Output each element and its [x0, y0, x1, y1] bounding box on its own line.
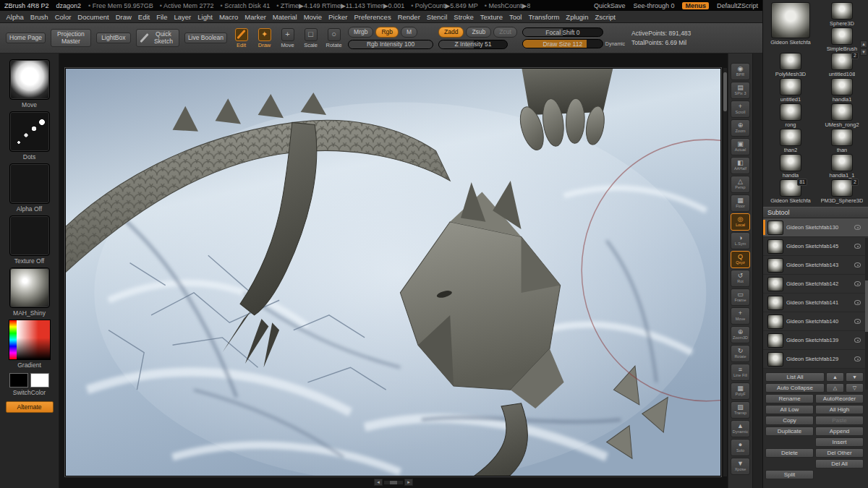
tool-slot[interactable]: Gideon Sketchfa	[765, 2, 816, 52]
subtool-action-button[interactable]: AutoReorder	[815, 394, 864, 403]
menu-item[interactable]: Light	[195, 13, 216, 21]
subtool-section-header[interactable]: Subtool	[763, 207, 868, 218]
subtool-row[interactable]: Gideon Sketchfab142	[763, 275, 868, 294]
menu-item[interactable]: Edit	[135, 13, 153, 21]
menus-toggle[interactable]: Menus	[682, 2, 709, 9]
subtool-action-button[interactable]: ▲	[826, 372, 844, 382]
visibility-eye-icon[interactable]	[854, 319, 861, 324]
tool-thumbnail[interactable]	[831, 78, 853, 95]
right-shelf-button[interactable]: Q Qxyz	[731, 251, 750, 268]
tool-thumbnail[interactable]	[831, 27, 853, 45]
tool-thumbnail[interactable]	[780, 129, 801, 146]
subtool-action-button[interactable]: Delete	[765, 448, 814, 458]
projection-master-button[interactable]: Projection Master	[51, 29, 91, 48]
scrollbar-thumb[interactable]	[390, 481, 397, 484]
stroke-selector-thumbnail[interactable]	[9, 111, 50, 152]
brush-selector-thumbnail[interactable]	[9, 59, 50, 100]
subtool-action-button[interactable]: Duplicate	[765, 427, 814, 436]
right-shelf-button[interactable]: ▼ Xpose	[731, 458, 750, 475]
right-shelf-button[interactable]: ● Solo	[731, 439, 750, 456]
zcut-button[interactable]: Zcut	[493, 27, 517, 37]
color-picker[interactable]	[9, 320, 51, 360]
tool-thumbnail[interactable]	[780, 78, 801, 95]
rotate-mode-button[interactable]: ○ Rotate	[325, 28, 343, 48]
dynamic-toggle[interactable]: Dynamic	[605, 41, 625, 46]
subtool-thumbnail[interactable]	[767, 221, 783, 235]
subtool-action-button[interactable]: Del Other	[815, 448, 864, 458]
subtool-thumbnail[interactable]	[767, 239, 783, 254]
right-shelf-button[interactable]: + Move	[731, 307, 750, 325]
right-shelf-button[interactable]: ↻ Rotate	[731, 345, 750, 362]
switch-color-button[interactable]: SwitchColor	[13, 389, 46, 396]
tray-scroll-up-icon[interactable]: ▲	[860, 40, 867, 48]
menu-item[interactable]: Document	[75, 13, 112, 21]
canvas-vertical-scrollbar[interactable]	[723, 68, 727, 476]
visibility-eye-icon[interactable]	[854, 244, 861, 249]
right-shelf-button[interactable]: ▨ Transp	[731, 401, 750, 419]
quick-sketch-button[interactable]: Quick Sketch	[136, 29, 179, 48]
subtool-action-button[interactable]: All High	[815, 405, 864, 414]
subtool-action-button[interactable]: Auto Collapse	[765, 383, 825, 393]
tool-slot[interactable]: rong	[765, 103, 816, 128]
quicksave-button[interactable]: QuickSave	[594, 2, 626, 9]
subtool-row[interactable]: Gideon Sketchfab139	[763, 331, 868, 350]
right-shelf-button[interactable]: ▤ SPix 3	[731, 82, 750, 99]
tool-slot[interactable]: untitled1	[765, 78, 816, 103]
subtool-action-button[interactable]: Copy	[765, 416, 814, 425]
subtool-action-button[interactable]: Insert	[815, 437, 864, 447]
right-shelf-button[interactable]: ▲ Dynamic	[731, 420, 750, 437]
tool-thumbnail[interactable]	[831, 2, 853, 20]
tool-slot[interactable]: than	[817, 129, 867, 153]
visibility-eye-icon[interactable]	[854, 225, 861, 230]
right-shelf-button[interactable]: ▭ Frame	[731, 288, 750, 306]
draw-size-slider[interactable]: Draw Size 112	[522, 39, 603, 48]
alpha-selector-thumbnail[interactable]	[9, 163, 50, 204]
draw-mode-button[interactable]: ✦ Draw	[255, 28, 273, 48]
right-shelf-button[interactable]: ▦ Floor	[731, 194, 750, 212]
tool-thumbnail[interactable]	[780, 53, 801, 70]
scroll-left-icon[interactable]: ◂	[374, 479, 383, 486]
tool-thumbnail[interactable]: 2	[831, 53, 853, 70]
visibility-eye-icon[interactable]	[854, 300, 861, 305]
menu-item[interactable]: Draw	[112, 13, 135, 21]
tray-scroll-down-icon[interactable]: ▼	[860, 48, 867, 56]
rgb-intensity-slider[interactable]: Rgb Intensity 100	[348, 40, 433, 49]
move-mode-button[interactable]: + Move	[278, 28, 297, 48]
tool-thumbnail[interactable]: 2	[831, 179, 853, 197]
menu-item[interactable]: Alpha	[3, 13, 27, 21]
right-shelf-button[interactable]: ◧ AAHalf	[731, 157, 750, 174]
tool-slot[interactable]: 2 PM3D_Sphere3D	[817, 179, 867, 204]
tool-slot[interactable]: UMesh_rong2	[817, 103, 867, 128]
tool-thumbnail[interactable]: 81	[780, 179, 801, 197]
menu-item[interactable]: Layer	[171, 13, 195, 21]
menu-item[interactable]: Stencil	[423, 13, 451, 21]
menu-item[interactable]: Zscript	[592, 13, 619, 21]
tool-thumbnail[interactable]	[831, 154, 853, 171]
menu-item[interactable]: Material	[269, 13, 300, 21]
m-button[interactable]: M	[401, 27, 417, 37]
menu-item[interactable]: Render	[394, 13, 423, 21]
subtool-action-button[interactable]: Del All	[815, 459, 864, 468]
right-shelf-button[interactable]: + Scroll	[731, 100, 750, 118]
saturation-value-square[interactable]	[17, 320, 50, 359]
tool-slot[interactable]: PolyMesh3D	[765, 53, 816, 77]
menu-item[interactable]: Color	[51, 13, 75, 21]
right-shelf-button[interactable]: ≡ Line Fill	[731, 364, 750, 381]
subtool-thumbnail[interactable]	[767, 314, 783, 329]
tool-slot[interactable]: handla	[765, 154, 816, 179]
subtool-thumbnail[interactable]	[767, 296, 783, 310]
tool-thumbnail[interactable]	[780, 154, 801, 171]
scroll-right-icon[interactable]: ▸	[404, 479, 413, 486]
subtool-action-button[interactable]: Paste	[815, 416, 864, 425]
menu-item[interactable]: File	[153, 13, 171, 21]
zsub-button[interactable]: Zsub	[466, 27, 491, 37]
menu-item[interactable]: Zplugin	[563, 13, 592, 21]
subtool-action-button[interactable]: Rename	[765, 394, 814, 403]
tool-slot[interactable]: Sphere3D	[817, 2, 867, 27]
right-shelf-button[interactable]: ◑ L.Sym	[731, 232, 750, 249]
mrgb-button[interactable]: Mrgb	[348, 27, 373, 37]
visibility-eye-icon[interactable]	[854, 338, 861, 343]
scrollbar-thumb[interactable]	[723, 72, 727, 111]
right-shelf-button[interactable]: ▣ Actual	[731, 138, 750, 155]
subtool-action-button[interactable]: ▽	[846, 383, 864, 393]
